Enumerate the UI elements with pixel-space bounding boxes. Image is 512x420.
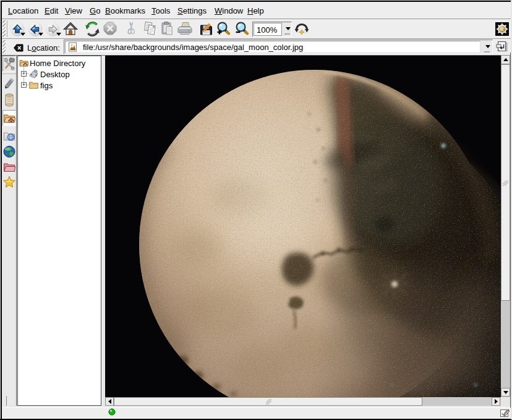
svg-text:K: K — [500, 27, 505, 33]
